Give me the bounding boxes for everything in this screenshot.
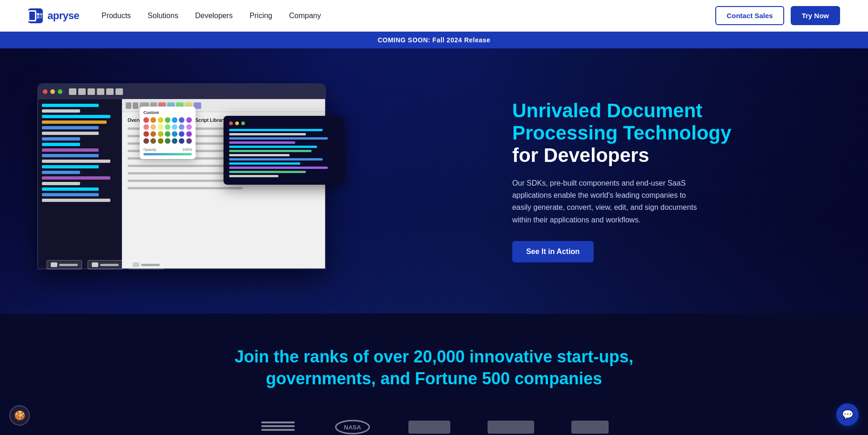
hero-mockup: Overview of WebViewer's JavaScript Libra… xyxy=(28,79,494,283)
code-line xyxy=(42,187,99,191)
monitor-toolbar xyxy=(38,84,325,99)
code-line xyxy=(42,182,80,185)
hero-section: Overview of WebViewer's JavaScript Libra… xyxy=(0,48,868,314)
color-swatch[interactable] xyxy=(179,117,184,123)
monitor-close-dot xyxy=(43,89,47,94)
color-swatch[interactable] xyxy=(158,124,163,130)
code-line xyxy=(42,148,99,152)
try-now-button[interactable]: Try Now xyxy=(791,6,840,25)
hero-heading-line3: for Developers xyxy=(512,144,649,166)
hero-heading-line1: Unrivaled Document xyxy=(512,100,702,121)
nav-company[interactable]: Company xyxy=(289,12,321,20)
color-swatch[interactable] xyxy=(143,138,149,144)
color-swatch[interactable] xyxy=(158,131,163,137)
color-swatch[interactable] xyxy=(143,117,149,123)
color-swatch[interactable] xyxy=(186,138,192,144)
code-line-sm xyxy=(229,150,312,152)
nav-developers[interactable]: Developers xyxy=(195,12,233,20)
color-swatch[interactable] xyxy=(165,131,170,137)
color-swatch[interactable] xyxy=(179,131,184,137)
opacity-slider[interactable] xyxy=(143,153,192,155)
svg-rect-0 xyxy=(37,13,39,15)
color-swatch[interactable] xyxy=(179,138,184,144)
code-line-sm xyxy=(229,167,328,169)
code-line-sm xyxy=(229,154,290,156)
code-line xyxy=(42,104,99,107)
color-swatch[interactable] xyxy=(172,138,177,144)
code-editor-popup xyxy=(224,116,345,185)
color-swatch[interactable] xyxy=(172,131,177,137)
color-swatch[interactable] xyxy=(165,124,170,130)
contact-sales-button[interactable]: Contact Sales xyxy=(715,6,784,25)
opacity-label: Opacity xyxy=(143,147,156,152)
code-line-sm xyxy=(229,146,317,148)
code-line xyxy=(42,193,99,196)
code-line-sm xyxy=(229,141,295,144)
popup-close-dot xyxy=(229,121,233,125)
popup-minimize-dot xyxy=(235,121,239,125)
hero-content: Overview of WebViewer's JavaScript Libra… xyxy=(0,51,868,311)
nav-pricing[interactable]: Pricing xyxy=(250,12,272,20)
svg-rect-5 xyxy=(261,425,295,427)
color-grid xyxy=(143,117,192,144)
tb xyxy=(126,102,131,109)
logo[interactable]: apryse xyxy=(28,8,79,23)
hero-text-block: Unrivaled Document Processing Technology… xyxy=(494,100,831,262)
canvas-text xyxy=(128,187,243,189)
popup-window-controls xyxy=(229,121,339,125)
monitor-sidebar-code xyxy=(38,99,122,268)
color-swatch[interactable] xyxy=(186,131,192,137)
color-swatch[interactable] xyxy=(186,117,192,123)
navbar: apryse Products Solutions Developers Pri… xyxy=(0,0,868,32)
svg-rect-1 xyxy=(40,13,42,15)
color-swatch[interactable] xyxy=(172,124,177,130)
color-swatch[interactable] xyxy=(172,117,177,123)
ann-text-1 xyxy=(59,264,78,266)
toolbar-btn-3 xyxy=(88,88,95,95)
toolbar-btn-1 xyxy=(69,88,76,95)
svg-text:NASA: NASA xyxy=(344,424,361,431)
color-swatch[interactable] xyxy=(179,124,184,130)
announcement-banner[interactable]: COMING SOON: Fall 2024 Release xyxy=(0,32,868,48)
code-line xyxy=(42,143,80,146)
chat-icon: 💬 xyxy=(842,409,854,420)
color-swatch[interactable] xyxy=(150,131,156,137)
nav-solutions[interactable]: Solutions xyxy=(148,12,178,20)
svg-rect-4 xyxy=(261,422,295,423)
partner-logos: NASA xyxy=(28,418,840,435)
see-it-in-action-button[interactable]: See It in Action xyxy=(512,241,594,262)
code-line xyxy=(42,137,80,141)
color-swatch[interactable] xyxy=(158,138,163,144)
chat-widget-button[interactable]: 💬 xyxy=(836,403,859,426)
code-line-sm xyxy=(229,158,323,161)
svg-rect-6 xyxy=(261,429,295,431)
stats-heading: Join the ranks of over 20,000 innovative… xyxy=(28,346,840,390)
color-swatch[interactable] xyxy=(165,138,170,144)
ann-text-2 xyxy=(100,264,119,266)
color-swatch[interactable] xyxy=(150,138,156,144)
color-swatch[interactable] xyxy=(143,124,149,130)
color-swatch[interactable] xyxy=(186,124,192,130)
monitor-toolbar-icons xyxy=(69,88,123,95)
svg-rect-2 xyxy=(37,16,39,18)
partner-logo-1 xyxy=(408,418,450,435)
stats-heading-line2: governments, and Fortune 500 companies xyxy=(266,369,602,388)
partner-logo-ibm xyxy=(259,418,297,435)
code-line-sm xyxy=(229,129,323,131)
color-swatch[interactable] xyxy=(165,117,170,123)
code-line xyxy=(42,132,99,135)
stats-heading-line1: Join the ranks of over 20,000 innovative… xyxy=(235,347,633,366)
code-line xyxy=(42,109,80,113)
annotation-item-2 xyxy=(88,260,123,269)
color-swatch[interactable] xyxy=(150,124,156,130)
nav-products[interactable]: Products xyxy=(102,12,131,20)
color-swatch[interactable] xyxy=(150,117,156,123)
ann-text-3 xyxy=(141,264,160,266)
cookie-privacy-button[interactable]: 🍪 xyxy=(9,405,30,426)
code-line xyxy=(42,154,99,157)
color-swatch[interactable] xyxy=(143,131,149,137)
toolbar-btn-6 xyxy=(115,88,123,95)
code-line xyxy=(42,199,110,202)
color-picker-popup[interactable]: Custom xyxy=(140,107,196,159)
color-swatch[interactable] xyxy=(158,117,163,123)
